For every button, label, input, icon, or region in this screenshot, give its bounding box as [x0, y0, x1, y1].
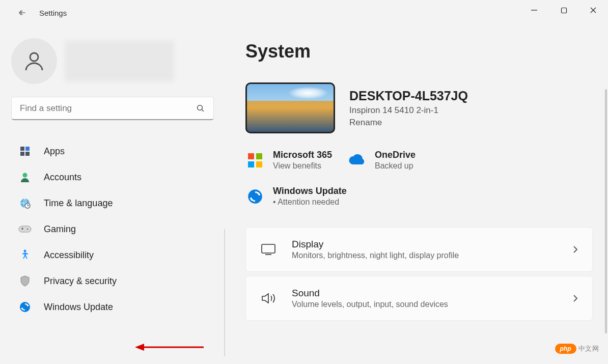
display-icon	[259, 240, 278, 259]
sidebar-item-accessibility[interactable]: Accessibility	[11, 244, 225, 266]
sidebar-item-accounts[interactable]: Accounts	[11, 166, 225, 188]
status-title: Windows Update	[273, 186, 347, 197]
windows-update-status-icon	[245, 187, 265, 206]
sidebar-item-label: Gaming	[44, 224, 76, 235]
annotation-arrow	[135, 342, 204, 352]
back-button[interactable]	[11, 3, 32, 23]
status-card-windows-update[interactable]: Windows Update Attention needed	[245, 186, 593, 207]
person-icon	[22, 49, 46, 73]
rename-link[interactable]: Rename	[349, 118, 468, 128]
time-language-icon	[17, 195, 33, 211]
svg-point-28	[248, 189, 262, 204]
setting-desc: Monitors, brightness, night light, displ…	[292, 251, 572, 260]
svg-point-19	[27, 229, 28, 230]
search-input[interactable]	[20, 103, 196, 114]
maximize-icon	[561, 7, 567, 14]
sidebar-item-windows-update[interactable]: Windows Update	[11, 296, 225, 318]
sidebar-item-label: Apps	[44, 146, 65, 157]
minimize-icon	[531, 7, 538, 14]
status-title: Microsoft 365	[273, 150, 332, 160]
setting-desc: Volume levels, output, input, sound devi…	[292, 300, 572, 309]
sound-icon	[259, 289, 278, 307]
svg-rect-26	[248, 161, 254, 167]
device-section: DESKTOP-4L537JQ Inspiron 14 5410 2-in-1 …	[245, 82, 593, 133]
setting-card-display[interactable]: Display Monitors, brightness, night ligh…	[245, 227, 593, 272]
chevron-right-icon	[572, 244, 579, 255]
svg-line-6	[202, 109, 204, 111]
status-sub: View benefits	[273, 161, 332, 171]
sidebar-item-label: Accounts	[44, 172, 81, 183]
svg-marker-32	[135, 344, 144, 351]
sidebar-item-time-language[interactable]: Time & language	[11, 192, 225, 214]
page-title: System	[245, 41, 593, 62]
search-icon	[196, 104, 205, 113]
minimize-button[interactable]	[519, 0, 549, 20]
setting-title: Sound	[292, 288, 572, 299]
privacy-security-icon	[17, 273, 33, 289]
maximize-button[interactable]	[549, 0, 578, 20]
onedrive-icon	[347, 151, 367, 170]
sidebar-item-apps[interactable]: Apps	[11, 141, 225, 162]
status-sub: Attention needed	[273, 198, 347, 207]
svg-rect-24	[248, 153, 254, 159]
avatar	[11, 38, 57, 84]
profile-section[interactable]	[11, 38, 225, 84]
close-icon	[590, 7, 597, 14]
device-name: DESKTOP-4L537JQ	[349, 89, 468, 103]
apps-icon	[17, 144, 33, 159]
sidebar-item-label: Privacy & security	[44, 276, 117, 287]
status-title: OneDrive	[375, 150, 416, 160]
microsoft-365-icon	[245, 151, 265, 170]
svg-point-22	[24, 250, 26, 253]
svg-rect-29	[262, 244, 275, 253]
search-box[interactable]	[11, 97, 214, 120]
svg-rect-9	[20, 152, 24, 156]
close-button[interactable]	[578, 0, 608, 20]
svg-rect-7	[20, 147, 24, 151]
sidebar-item-gaming[interactable]: Gaming	[11, 218, 225, 240]
windows-update-icon	[17, 299, 33, 315]
accessibility-icon	[17, 247, 33, 263]
profile-info-redacted	[65, 41, 174, 81]
setting-card-sound[interactable]: Sound Volume levels, output, input, soun…	[245, 276, 593, 321]
status-sub: Backed up	[375, 161, 416, 171]
svg-point-5	[198, 105, 203, 110]
svg-rect-17	[19, 226, 31, 232]
sidebar-item-label: Accessibility	[44, 250, 94, 261]
setting-title: Display	[292, 239, 572, 250]
scrollbar[interactable]	[605, 89, 607, 333]
svg-point-4	[30, 53, 38, 61]
app-title: Settings	[39, 9, 67, 17]
status-card-microsoft-365[interactable]: Microsoft 365 View benefits	[245, 150, 332, 171]
svg-point-11	[23, 173, 27, 178]
svg-rect-8	[25, 147, 30, 151]
sidebar-item-label: Time & language	[44, 198, 113, 209]
device-model: Inspiron 14 5410 2-in-1	[349, 105, 468, 116]
status-card-onedrive[interactable]: OneDrive Backed up	[347, 150, 416, 171]
sidebar-item-label: Windows Update	[44, 302, 113, 313]
sidebar-item-privacy-security[interactable]: Privacy & security	[11, 270, 225, 292]
accounts-icon	[17, 170, 33, 185]
device-wallpaper-thumb[interactable]	[245, 82, 335, 133]
svg-rect-1	[561, 8, 566, 13]
svg-rect-25	[256, 153, 262, 159]
gaming-icon	[17, 221, 33, 237]
chevron-right-icon	[572, 293, 579, 303]
sidebar-divider	[224, 229, 225, 356]
svg-rect-10	[25, 152, 30, 156]
svg-rect-27	[256, 161, 262, 167]
